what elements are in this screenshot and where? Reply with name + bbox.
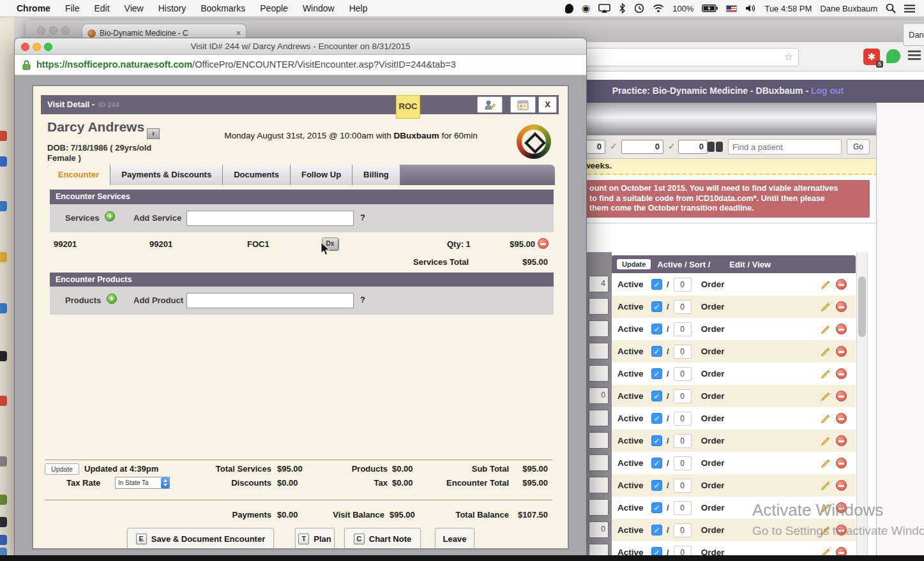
delete-minus-icon[interactable] xyxy=(836,435,847,446)
popup-urlbar[interactable]: https://nsofficepro.naturaesoft.com/Offi… xyxy=(15,55,586,75)
row-value-field[interactable]: 4 xyxy=(589,276,609,292)
active-checkbox[interactable]: ✓ xyxy=(651,480,662,491)
active-checkbox[interactable]: ✓ xyxy=(651,368,662,379)
active-checkbox[interactable]: ✓ xyxy=(651,502,662,513)
inactive-close-icon[interactable] xyxy=(37,26,45,34)
time-machine-icon[interactable] xyxy=(634,3,644,13)
save-document-encounter-button[interactable]: E Save & Document Encounter xyxy=(127,528,274,550)
counter-field-3[interactable]: 0 xyxy=(678,140,708,154)
update-button[interactable]: Update xyxy=(617,259,651,269)
delete-minus-icon[interactable] xyxy=(836,480,847,491)
edit-pencil-icon[interactable] xyxy=(821,280,831,290)
tab-billing[interactable]: Billing xyxy=(352,165,400,185)
sort-field[interactable]: 0 xyxy=(674,345,692,359)
active-checkbox[interactable]: ✓ xyxy=(651,391,662,401)
delete-minus-icon[interactable] xyxy=(836,279,847,290)
menu-item[interactable]: Bookmarks xyxy=(201,3,245,13)
row-value-field[interactable] xyxy=(589,343,609,359)
menubar-user[interactable]: Dane Buxbaum xyxy=(820,4,877,13)
add-service-input[interactable] xyxy=(186,211,354,226)
menu-item[interactable]: View xyxy=(125,3,144,13)
delete-minus-icon[interactable] xyxy=(836,391,847,401)
location-icon[interactable] xyxy=(565,4,573,13)
row-value-field[interactable] xyxy=(589,544,609,555)
sort-field[interactable]: 0 xyxy=(674,434,692,448)
active-checkbox[interactable]: ✓ xyxy=(651,525,662,535)
schedule-button[interactable] xyxy=(510,96,536,113)
delete-minus-icon[interactable] xyxy=(836,413,847,424)
desktop-icon[interactable] xyxy=(0,548,7,555)
edit-pencil-icon[interactable] xyxy=(821,324,831,334)
sort-field[interactable]: 0 xyxy=(674,389,692,403)
battery-icon[interactable] xyxy=(702,4,718,12)
delete-minus-icon[interactable] xyxy=(836,324,847,334)
select-stepper-icon[interactable] xyxy=(161,477,169,488)
desktop-icon[interactable] xyxy=(0,303,7,313)
desktop-icon[interactable] xyxy=(0,351,7,361)
tab-close-icon[interactable]: × xyxy=(236,29,241,38)
product-help-link[interactable]: ? xyxy=(360,295,365,304)
edit-pencil-icon[interactable] xyxy=(821,458,831,468)
ssl-lock-icon[interactable] xyxy=(22,60,31,73)
row-value-field[interactable] xyxy=(589,410,609,426)
delete-minus-icon[interactable] xyxy=(836,368,847,379)
chart-note-button[interactable]: C Chart Note xyxy=(344,528,421,550)
row-value-field[interactable] xyxy=(589,365,609,382)
sort-field[interactable]: 0 xyxy=(674,546,692,556)
edit-pencil-icon[interactable] xyxy=(821,391,831,401)
record-icon[interactable]: ◉ xyxy=(582,3,590,14)
edit-pencil-icon[interactable] xyxy=(821,436,831,446)
sort-field[interactable]: 0 xyxy=(674,479,692,493)
patient-chart-button[interactable] xyxy=(477,96,503,113)
bookmark-star-icon[interactable]: ☆ xyxy=(784,50,793,63)
desktop-icon[interactable] xyxy=(0,456,7,467)
menu-app-chrome[interactable]: Chrome xyxy=(17,3,50,13)
extension-icon[interactable]: ✱ 6 xyxy=(863,49,880,65)
row-value-field[interactable] xyxy=(589,477,609,493)
counter-field-2[interactable]: 0 xyxy=(621,140,663,154)
sort-field[interactable]: 0 xyxy=(674,501,692,515)
sort-field[interactable]: 0 xyxy=(674,367,692,381)
row-value-field[interactable] xyxy=(589,432,609,449)
desktop-icon[interactable] xyxy=(0,517,7,527)
active-checkbox[interactable]: ✓ xyxy=(651,435,662,446)
active-checkbox[interactable]: ✓ xyxy=(651,301,662,312)
edit-pencil-icon[interactable] xyxy=(821,369,831,379)
hangouts-icon[interactable] xyxy=(886,49,900,63)
tab-follow-up[interactable]: Follow Up xyxy=(291,165,352,185)
delete-minus-icon[interactable] xyxy=(836,547,847,555)
edit-pencil-icon[interactable] xyxy=(821,548,831,556)
find-patient-input[interactable] xyxy=(728,139,842,154)
menu-item[interactable]: History xyxy=(158,3,186,13)
row-value-field[interactable]: 0 xyxy=(589,521,609,538)
menu-item[interactable]: Window xyxy=(303,3,335,13)
desktop-icon[interactable] xyxy=(0,396,7,406)
active-checkbox[interactable]: ✓ xyxy=(651,413,662,424)
menu-item[interactable]: File xyxy=(65,3,80,13)
sort-field[interactable]: 0 xyxy=(674,300,692,314)
sort-field[interactable]: 0 xyxy=(674,456,692,470)
delete-minus-icon[interactable] xyxy=(836,301,847,312)
inactive-minimize-icon[interactable] xyxy=(49,26,57,34)
leave-button[interactable]: Leave xyxy=(435,528,474,550)
desktop-icon[interactable] xyxy=(0,495,7,505)
wifi-icon[interactable] xyxy=(653,4,664,13)
row-value-field[interactable] xyxy=(589,454,609,471)
edit-pencil-icon[interactable] xyxy=(821,302,831,312)
plan-button[interactable]: T Plan xyxy=(295,528,335,550)
sort-field[interactable]: 0 xyxy=(674,322,692,336)
tab-payments-discounts[interactable]: Payments & Discounts xyxy=(110,165,223,185)
us-flag-icon[interactable] xyxy=(726,5,737,12)
edit-pencil-icon[interactable] xyxy=(821,347,831,357)
sort-field[interactable]: 0 xyxy=(674,523,692,537)
spotlight-search-icon[interactable] xyxy=(886,3,896,13)
delete-minus-icon[interactable] xyxy=(836,346,847,357)
add-product-plus-icon[interactable]: + xyxy=(107,294,117,304)
menu-item[interactable]: Edit xyxy=(94,3,109,13)
update-totals-button[interactable]: Update xyxy=(45,463,79,475)
edit-pencil-icon[interactable] xyxy=(821,414,831,424)
volume-icon[interactable] xyxy=(745,4,756,13)
remove-service-icon[interactable] xyxy=(538,238,549,249)
desktop-icon[interactable] xyxy=(0,535,7,545)
menubar-clock[interactable]: Tue 4:58 PM xyxy=(764,4,812,13)
